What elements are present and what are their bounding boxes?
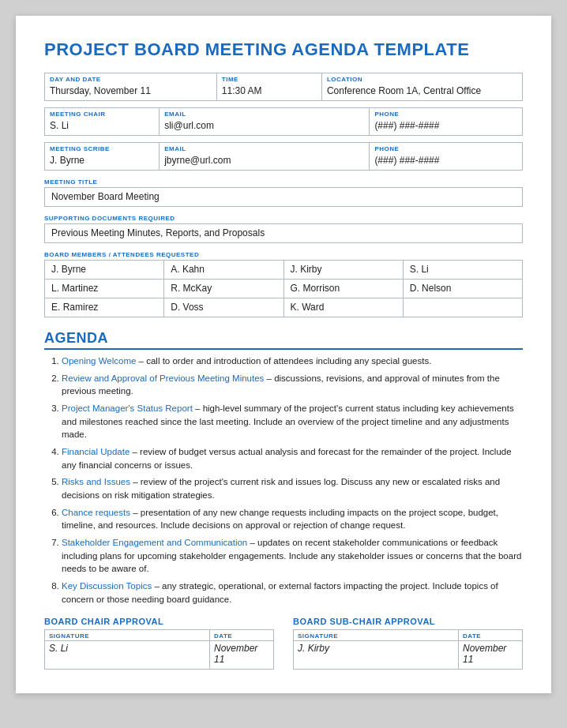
attendee-cell bbox=[403, 298, 522, 317]
attendee-cell: D. Nelson bbox=[403, 280, 522, 298]
agenda-item: Risks and Issues – review of the project… bbox=[62, 475, 523, 501]
attendee-cell: L. Martinez bbox=[45, 280, 164, 298]
scribe-label: MEETING SCRIBE bbox=[45, 143, 159, 153]
attendee-cell: G. Morrison bbox=[284, 280, 403, 298]
board-sub-chair-date-value-cell: November 11 bbox=[459, 641, 522, 669]
agenda-item: Chance requests – presentation of any ne… bbox=[62, 506, 523, 532]
day-date-value: Thursday, November 11 bbox=[45, 84, 216, 100]
attendee-cell: E. Ramirez bbox=[45, 298, 164, 317]
time-label: TIME bbox=[217, 73, 321, 84]
agenda-item-title: Chance requests bbox=[62, 508, 130, 517]
main-title: PROJECT BOARD MEETING AGENDA TEMPLATE bbox=[44, 39, 523, 60]
board-chair-sig-label-cell: SIGNATURE bbox=[45, 630, 210, 640]
agenda-item-desc: – review of budget versus actual analysi… bbox=[62, 447, 512, 470]
agenda-item: Project Manager's Status Report – high-l… bbox=[62, 402, 523, 441]
board-chair-approval: BOARD CHAIR APPROVAL SIGNATURE DATE S. L… bbox=[44, 617, 274, 670]
board-chair-approval-header-row: SIGNATURE DATE bbox=[44, 629, 274, 640]
meeting-chair-label: MEETING CHAIR bbox=[45, 108, 159, 118]
chair-email-value: sli@url.com bbox=[160, 118, 369, 135]
board-chair-date-value-cell: November 11 bbox=[210, 641, 273, 669]
attendees-label: BOARD MEMBERS / ATTENDEES REQUESTED bbox=[44, 251, 523, 258]
agenda-list: Opening Welcome – call to order and intr… bbox=[44, 355, 523, 606]
scribe-email-value: jbyrne@url.com bbox=[160, 153, 369, 170]
attendee-cell: A. Kahn bbox=[164, 261, 284, 280]
scribe-value: J. Byrne bbox=[45, 153, 159, 170]
agenda-item-title: Financial Update bbox=[62, 447, 130, 456]
info-table-1: DAY AND DATE Thursday, November 11 TIME … bbox=[44, 73, 523, 101]
attendees-section: BOARD MEMBERS / ATTENDEES REQUESTED J. B… bbox=[44, 251, 523, 317]
board-sub-chair-approval-header-row: SIGNATURE DATE bbox=[293, 629, 523, 640]
board-chair-approval-title: BOARD CHAIR APPROVAL bbox=[44, 617, 274, 626]
time-value: 11:30 AM bbox=[217, 84, 321, 100]
scribe-email-label: EMAIL bbox=[160, 143, 369, 153]
board-sub-chair-sig-value: J. Kirby bbox=[294, 641, 458, 658]
board-sub-chair-sig-label: SIGNATURE bbox=[294, 630, 458, 640]
info-table-scribe: MEETING SCRIBE J. Byrne EMAIL jbyrne@url… bbox=[44, 142, 523, 171]
day-date-label: DAY AND DATE bbox=[45, 73, 216, 84]
scribe-phone-value: (###) ###-#### bbox=[370, 153, 522, 170]
board-sub-chair-approval-title: BOARD SUB-CHAIR APPROVAL bbox=[293, 617, 523, 626]
meeting-chair-value: S. Li bbox=[45, 118, 159, 135]
board-chair-sig-value: S. Li bbox=[45, 641, 209, 658]
attendee-cell: D. Voss bbox=[164, 298, 284, 317]
supporting-docs-section: SUPPORTING DOCUMENTS REQUIRED Previous M… bbox=[44, 215, 523, 243]
attendee-cell: J. Byrne bbox=[45, 261, 164, 280]
agenda-item: Key Discussion Topics – any strategic, o… bbox=[62, 580, 523, 606]
chair-phone-label: PHONE bbox=[370, 108, 522, 118]
board-sub-chair-date-value: November 11 bbox=[459, 641, 522, 669]
meeting-title-section: MEETING TITLE November Board Meeting bbox=[44, 178, 523, 207]
board-sub-chair-approval: BOARD SUB-CHAIR APPROVAL SIGNATURE DATE … bbox=[293, 617, 523, 670]
board-chair-date-label-cell: DATE bbox=[210, 630, 273, 640]
location-label: LOCATION bbox=[322, 73, 522, 84]
agenda-item-title: Stakeholder Engagement and Communication bbox=[62, 538, 247, 547]
agenda-item-title: Opening Welcome bbox=[62, 356, 136, 366]
agenda-item: Opening Welcome – call to order and intr… bbox=[62, 355, 523, 368]
agenda-title: AGENDA bbox=[44, 330, 523, 350]
supporting-docs-label: SUPPORTING DOCUMENTS REQUIRED bbox=[44, 215, 523, 222]
attendees-table: J. ByrneA. KahnJ. KirbyS. LiL. MartinezR… bbox=[44, 260, 523, 317]
agenda-item: Review and Approval of Previous Meeting … bbox=[62, 372, 523, 398]
board-sub-chair-sig-label-cell: SIGNATURE bbox=[294, 630, 459, 640]
agenda-item-title: Key Discussion Topics bbox=[62, 581, 152, 591]
location-value: Conference Room 1A, Central Office bbox=[322, 84, 522, 100]
board-sub-chair-date-label: DATE bbox=[459, 630, 522, 640]
board-sub-chair-sig-value-cell: J. Kirby bbox=[294, 641, 459, 669]
board-sub-chair-approval-value-row: J. Kirby November 11 bbox=[293, 640, 523, 670]
scribe-phone-label: PHONE bbox=[370, 143, 522, 153]
board-chair-approval-value-row: S. Li November 11 bbox=[44, 640, 274, 670]
agenda-item-desc: – call to order and introduction of atte… bbox=[136, 356, 431, 366]
chair-phone-value: (###) ###-#### bbox=[370, 118, 522, 135]
board-sub-chair-date-label-cell: DATE bbox=[459, 630, 522, 640]
board-chair-date-label: DATE bbox=[210, 630, 273, 640]
meeting-title-value: November Board Meeting bbox=[44, 187, 523, 207]
supporting-docs-value: Previous Meeting Minutes, Reports, and P… bbox=[44, 223, 523, 243]
agenda-item-title: Project Manager's Status Report bbox=[62, 403, 193, 413]
chair-email-label: EMAIL bbox=[160, 108, 369, 118]
agenda-item: Stakeholder Engagement and Communication… bbox=[62, 536, 523, 576]
attendee-cell: S. Li bbox=[403, 261, 522, 280]
board-chair-sig-value-cell: S. Li bbox=[45, 641, 210, 669]
agenda-item-title: Risks and Issues bbox=[62, 477, 130, 486]
page: PROJECT BOARD MEETING AGENDA TEMPLATE DA… bbox=[16, 16, 551, 693]
attendee-cell: J. Kirby bbox=[284, 261, 403, 280]
info-table-chair: MEETING CHAIR S. Li EMAIL sli@url.com PH… bbox=[44, 107, 523, 136]
attendee-cell: R. McKay bbox=[164, 280, 284, 298]
attendee-cell: K. Ward bbox=[284, 298, 403, 317]
approval-section: BOARD CHAIR APPROVAL SIGNATURE DATE S. L… bbox=[44, 617, 523, 670]
board-chair-date-value: November 11 bbox=[210, 641, 273, 669]
board-chair-sig-label: SIGNATURE bbox=[45, 630, 209, 640]
agenda-item: Financial Update – review of budget vers… bbox=[62, 445, 523, 471]
meeting-title-label: MEETING TITLE bbox=[44, 178, 523, 186]
agenda-item-title: Review and Approval of Previous Meeting … bbox=[62, 373, 264, 383]
